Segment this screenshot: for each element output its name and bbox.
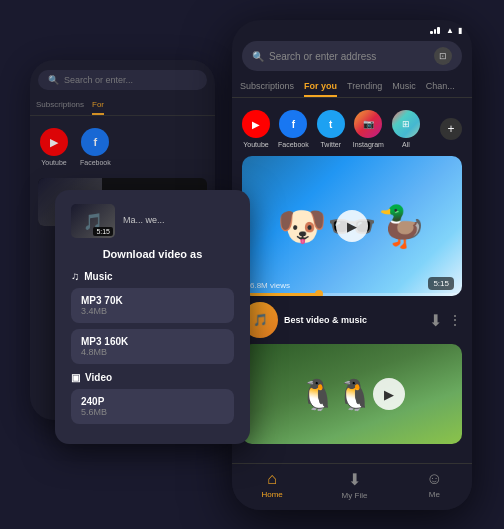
add-app-button[interactable]: + (440, 118, 462, 140)
front-app-icons: ▶ Youtube f Facebook t Twitter 📷 Instagr… (232, 106, 472, 156)
back-search-bar[interactable]: 🔍 Search or enter... (38, 70, 207, 90)
format-mp3-160k-size: 4.8MB (81, 347, 224, 357)
format-240p-name: 240P (81, 396, 224, 407)
video-item-actions: ⬇ ⋮ (429, 311, 462, 330)
video-progress-fill (242, 293, 319, 296)
music-section-icon: ♫ (71, 270, 79, 282)
more-options-icon[interactable]: ⋮ (448, 312, 462, 328)
format-mp3-70k[interactable]: MP3 70K 3.4MB (71, 288, 234, 323)
video-section-icon: ▣ (71, 372, 80, 383)
video-views: 6.8M views (250, 281, 290, 290)
format-mp3-160k-name: MP3 160K (81, 336, 224, 347)
play-button[interactable]: ▶ (336, 210, 368, 242)
nav-myfile-label: My File (342, 491, 368, 500)
front-facebook-label: Facebook (278, 141, 309, 148)
format-mp3-70k-name: MP3 70K (81, 295, 224, 306)
back-tab-foryou[interactable]: For (92, 96, 104, 115)
tab-channels[interactable]: Chan... (426, 77, 455, 97)
home-icon: ⌂ (267, 470, 277, 488)
video-section: ▣ Video 240P 5.6MB (71, 372, 234, 424)
second-play-button[interactable]: ▶ (373, 378, 405, 410)
format-240p[interactable]: 240P 5.6MB (71, 389, 234, 424)
back-app-icons: ▶ Youtube f Facebook (30, 122, 215, 172)
front-youtube-label: Youtube (243, 141, 268, 148)
front-search-placeholder: Search or enter address (269, 51, 376, 62)
front-youtube-icon: ▶ (242, 110, 270, 138)
youtube-icon: ▶ (40, 128, 68, 156)
download-modal: 🎵 5:15 Ma... we... Download video as ♫ M… (55, 190, 250, 444)
video-play-overlay[interactable]: ▶ (242, 156, 462, 296)
download-icon[interactable]: ⬇ (429, 311, 442, 330)
format-mp3-160k[interactable]: MP3 160K 4.8MB (71, 329, 234, 364)
front-twitter-label: Twitter (320, 141, 341, 148)
modal-heading: Download video as (71, 248, 234, 260)
front-nav-tabs: Subscriptions For you Trending Music Cha… (232, 77, 472, 98)
signal-icon (430, 27, 442, 34)
modal-video-thumbnail: 🎵 5:15 (71, 204, 115, 238)
front-instagram-icon: 📷 (354, 110, 382, 138)
modal-duration-badge: 5:15 (93, 227, 113, 236)
modal-video-title: Ma... we... (123, 215, 165, 227)
video-metadata: 6.8M views 5:15 (250, 277, 454, 290)
front-search-bar[interactable]: 🔍 Search or enter address ⊡ (242, 41, 462, 71)
nav-me-label: Me (429, 490, 440, 499)
wifi-icon: ▲ (446, 26, 454, 35)
back-search-placeholder: Search or enter... (64, 75, 133, 85)
front-app-instagram[interactable]: 📷 Instagram (353, 110, 384, 148)
tab-subscriptions[interactable]: Subscriptions (240, 77, 294, 97)
nav-home[interactable]: ⌂ Home (261, 470, 282, 500)
music-section-label: ♫ Music (71, 270, 234, 282)
video-item-row[interactable]: 🎵 Best video & music ⬇ ⋮ (242, 302, 462, 338)
front-app-twitter[interactable]: t Twitter (317, 110, 345, 148)
main-video[interactable]: 🐶🕶️🦆 ▶ 6.8M views 5:15 (242, 156, 462, 296)
facebook-label: Facebook (80, 159, 111, 166)
modal-header: 🎵 5:15 Ma... we... (71, 204, 234, 238)
video-duration: 5:15 (428, 277, 454, 290)
battery-icon: ▮ (458, 26, 462, 35)
search-icon: 🔍 (48, 75, 59, 85)
nav-myfile[interactable]: ⬇ My File (342, 470, 368, 500)
back-app-youtube[interactable]: ▶ Youtube (40, 128, 68, 166)
format-240p-size: 5.6MB (81, 407, 224, 417)
front-phone: ▲ ▮ 🔍 Search or enter address ⊡ Subscrip… (232, 20, 472, 510)
back-app-facebook[interactable]: f Facebook (80, 128, 111, 166)
myfile-icon: ⬇ (348, 470, 361, 489)
front-search-icon: 🔍 (252, 51, 264, 62)
nav-me[interactable]: ☺ Me (426, 470, 442, 500)
video-item-info: Best video & music (284, 315, 423, 325)
back-tab-subscriptions[interactable]: Subscriptions (36, 96, 84, 115)
front-all-label: All (402, 141, 410, 148)
front-twitter-icon: t (317, 110, 345, 138)
qr-scan-button[interactable]: ⊡ (434, 47, 452, 65)
tab-for-you[interactable]: For you (304, 77, 337, 97)
youtube-label: Youtube (41, 159, 66, 166)
front-app-youtube[interactable]: ▶ Youtube (242, 110, 270, 148)
front-app-facebook[interactable]: f Facebook (278, 110, 309, 148)
tab-music[interactable]: Music (392, 77, 416, 97)
bottom-navigation: ⌂ Home ⬇ My File ☺ Me (232, 463, 472, 510)
front-all-icon: ⊞ (392, 110, 420, 138)
video-progress-bar[interactable] (242, 293, 462, 296)
nav-home-label: Home (261, 490, 282, 499)
video-item-title: Best video & music (284, 315, 423, 325)
front-facebook-icon: f (279, 110, 307, 138)
tab-trending[interactable]: Trending (347, 77, 382, 97)
back-tabs: Subscriptions For (30, 96, 215, 116)
status-bar: ▲ ▮ (232, 20, 472, 37)
front-app-all[interactable]: ⊞ All (392, 110, 420, 148)
video-section-label: ▣ Video (71, 372, 234, 383)
second-video[interactable]: 🐧🐧 ▶ (242, 344, 462, 444)
front-instagram-label: Instagram (353, 141, 384, 148)
second-video-play-overlay[interactable]: ▶ (373, 378, 405, 410)
video-progress-dot (315, 290, 323, 296)
facebook-icon: f (81, 128, 109, 156)
format-mp3-70k-size: 3.4MB (81, 306, 224, 316)
me-icon: ☺ (426, 470, 442, 488)
second-video-content: 🐧🐧 (299, 377, 373, 412)
